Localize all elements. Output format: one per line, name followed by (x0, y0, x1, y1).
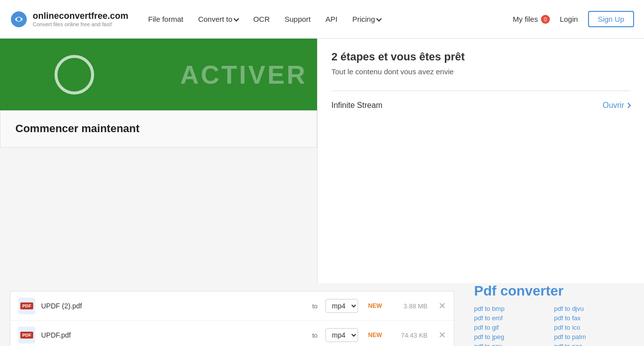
top-area: ACTIVER Commencer maintenant 2 étapes et… (0, 39, 644, 283)
pdf-converter-sidebar: Pdf converter pdf to bmp pdf to emf pdf … (464, 283, 644, 346)
promo-bottom[interactable]: Commencer maintenant (0, 110, 317, 148)
my-files-label: My files (513, 15, 538, 23)
signup-button[interactable]: Sign Up (588, 11, 634, 27)
bottom-area: PDF UPDF (2).pdf to mp4 mp3 avi jpg png … (0, 283, 644, 346)
pdf-link[interactable]: pdf to jpeg (474, 333, 554, 341)
nav-pricing[interactable]: Pricing (352, 15, 381, 23)
converter-area: PDF UPDF (2).pdf to mp4 mp3 avi jpg png … (0, 283, 464, 346)
file-badge-new-1: NEW (368, 302, 382, 309)
pdf-link[interactable]: pdf to gif (474, 324, 554, 331)
file-name: UPDF (2).pdf (41, 302, 306, 310)
pdf-link[interactable]: pdf to pes (554, 343, 635, 346)
promo-bottom-label: Commencer maintenant (15, 122, 140, 135)
format-select-2[interactable]: mp4 mp3 avi jpg png (325, 328, 358, 342)
pdf-file-icon: PDF (18, 327, 35, 344)
nav-api[interactable]: API (325, 15, 337, 23)
nav-support[interactable]: Support (284, 15, 311, 23)
promo-circle-icon (54, 55, 94, 95)
chevron-down-icon (376, 16, 381, 21)
pdf-link[interactable]: pdf to palm (554, 333, 635, 341)
navbar-links: File format Convert to OCR Support API P… (148, 15, 513, 23)
pdf-converter-title: Pdf converter (474, 283, 634, 299)
promo-banner: ACTIVER (0, 39, 317, 110)
nav-file-format[interactable]: File format (148, 15, 183, 23)
svg-point-1 (17, 17, 21, 21)
file-to-label-2: to (312, 332, 318, 339)
pdf-links-col-2: pdf to djvu pdf to fax pdf to ico pdf to… (554, 305, 635, 346)
pdf-link[interactable]: pdf to emf (474, 314, 554, 322)
promo-left: ACTIVER Commencer maintenant (0, 39, 317, 283)
logo-text: onlineconvertfree.com Convert files onli… (33, 11, 128, 27)
format-select-1[interactable]: mp4 mp3 avi jpg png (325, 299, 358, 313)
file-size-1: 3.88 MB (388, 302, 428, 310)
file-name-2: UPDF.pdf (41, 331, 306, 339)
logo-subtitle: Convert files online free and fast! (33, 21, 128, 27)
file-to-label: to (312, 302, 318, 310)
pdf-links-grid: pdf to bmp pdf to emf pdf to gif pdf to … (474, 305, 634, 346)
my-files-link[interactable]: My files 0 (513, 15, 550, 24)
file-remove-1[interactable]: ✕ (438, 301, 446, 310)
table-row: PDF UPDF.pdf to mp4 mp3 avi jpg png NEW … (10, 321, 454, 346)
pdf-links-col-1: pdf to bmp pdf to emf pdf to gif pdf to … (474, 305, 554, 346)
file-remove-2[interactable]: ✕ (438, 331, 446, 340)
stream-row: Infinite Stream Ouvrir (331, 91, 630, 120)
logo[interactable]: onlineconvertfree.com Convert files onli… (10, 10, 128, 28)
nav-ocr[interactable]: OCR (253, 15, 269, 23)
logo-title: onlineconvertfree.com (33, 11, 128, 21)
right-promo-subtitle: Tout le contenu dont vous avez envie (331, 67, 630, 76)
right-promo-panel: 2 étapes et vous êtes prêt Tout le conte… (317, 39, 644, 283)
file-badge-new-2: NEW (368, 332, 382, 339)
navbar: onlineconvertfree.com Convert files onli… (0, 0, 644, 39)
nav-convert-to[interactable]: Convert to (198, 15, 238, 23)
pdf-link[interactable]: pdf to ico (554, 324, 635, 331)
pdf-link[interactable]: pdf to djvu (554, 305, 635, 312)
stream-action-link[interactable]: Ouvrir (602, 101, 630, 110)
table-row: PDF UPDF (2).pdf to mp4 mp3 avi jpg png … (10, 292, 454, 321)
my-files-badge: 0 (541, 15, 550, 24)
promo-banner-text: ACTIVER (180, 60, 307, 90)
pdf-file-icon: PDF (18, 297, 35, 314)
file-size-2: 74.43 KB (388, 332, 428, 339)
login-link[interactable]: Login (560, 15, 578, 23)
navbar-right: My files 0 Login Sign Up (513, 11, 634, 27)
logo-icon (10, 10, 28, 28)
chevron-right-icon (625, 102, 631, 108)
file-list-box: PDF UPDF (2).pdf to mp4 mp3 avi jpg png … (10, 291, 454, 346)
pdf-link[interactable]: pdf to bmp (474, 305, 554, 312)
chevron-down-icon (233, 16, 239, 21)
pdf-link[interactable]: pdf to pcx (474, 343, 554, 346)
stream-name: Infinite Stream (331, 101, 382, 110)
right-promo-title: 2 étapes et vous êtes prêt (331, 50, 630, 63)
pdf-link[interactable]: pdf to fax (554, 314, 635, 322)
